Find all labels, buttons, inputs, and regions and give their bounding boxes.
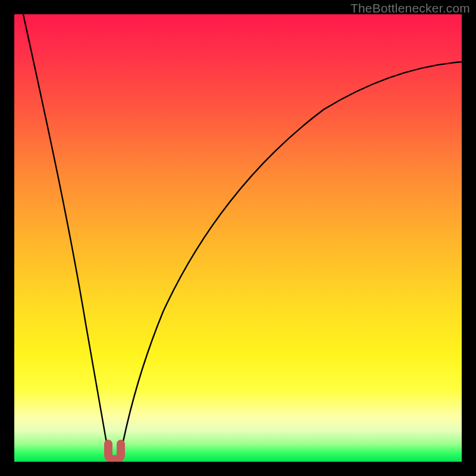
- curve-layer: [14, 14, 462, 462]
- plot-area: [14, 14, 462, 462]
- left-branch-curve: [23, 14, 109, 459]
- chart-frame: TheBottlenecker.com: [0, 0, 476, 476]
- watermark-text: TheBottlenecker.com: [350, 1, 470, 15]
- minimum-u-marker: [108, 444, 121, 459]
- right-branch-curve: [120, 62, 462, 459]
